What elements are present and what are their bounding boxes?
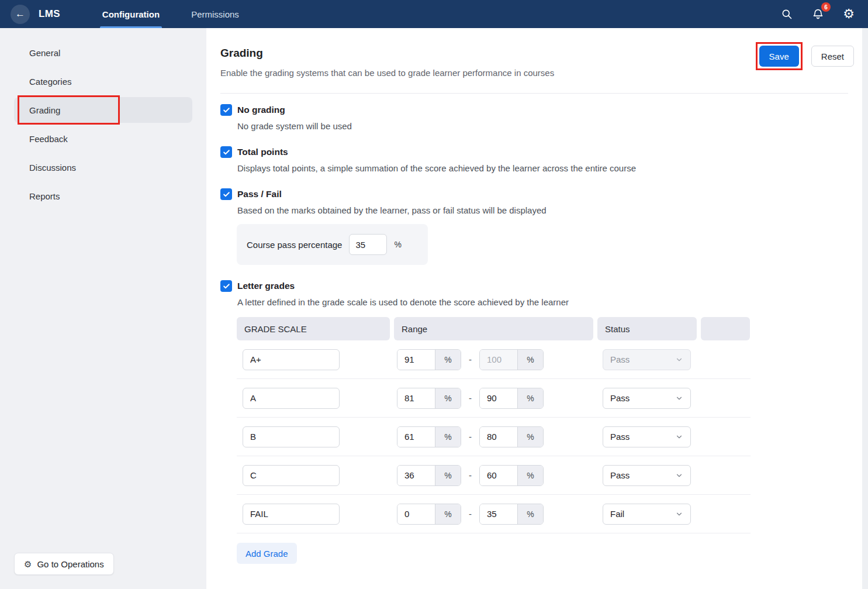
sidebar-item-general[interactable]: General [14, 40, 192, 66]
option-description: Based on the marks obtained by the learn… [237, 205, 848, 215]
checkbox-no-grading[interactable] [220, 104, 232, 116]
add-grade-button[interactable]: Add Grade [237, 543, 297, 564]
app-window: ← LMS Configuration Permissions 6 ⚙ Gene… [0, 0, 868, 589]
course-pass-percentage-input[interactable] [349, 234, 387, 255]
grade-scale-table: GRADE SCALE Range Status % [237, 317, 751, 533]
sidebar-item-grading[interactable]: Grading [14, 97, 192, 123]
range-min-input[interactable] [397, 504, 435, 524]
grade-name-input[interactable] [243, 388, 340, 409]
option-pass-fail: Pass / Fail Based on the marks obtained … [220, 188, 848, 265]
back-button[interactable]: ← [11, 5, 30, 24]
chevron-down-icon [675, 471, 683, 480]
option-description: A letter defined in the grade scale is u… [237, 297, 848, 307]
main-panel: Grading Enable the grading systems that … [206, 28, 862, 589]
range-separator: - [469, 432, 472, 442]
checkbox-total-points[interactable] [220, 146, 232, 158]
grade-name-input[interactable] [243, 465, 340, 486]
option-description: No grade system will be used [237, 121, 848, 131]
status-select: Pass [603, 349, 691, 370]
gear-icon: ⚙ [843, 8, 855, 20]
reset-button[interactable]: Reset [811, 46, 854, 67]
range-max-group: % [479, 349, 544, 370]
go-to-operations-label: Go to Operations [37, 559, 103, 569]
sidebar-item-feedback[interactable]: Feedback [14, 126, 192, 151]
course-pass-percentage-label: Course pass percentage [247, 240, 342, 250]
range-max-input[interactable] [480, 427, 517, 447]
grade-name-input[interactable] [243, 426, 340, 447]
page-body: General Categories Grading Feedback Disc… [0, 28, 868, 589]
option-header: Pass / Fail [220, 188, 848, 200]
status-value: Pass [610, 354, 630, 364]
back-arrow-icon: ← [15, 8, 25, 20]
topbar-icons: 6 ⚙ [779, 6, 856, 22]
check-icon [223, 191, 230, 198]
range-cell: % - % [397, 465, 593, 486]
chevron-down-icon [675, 510, 683, 518]
column-header-grade-scale: GRADE SCALE [237, 317, 390, 340]
percent-suffix: % [517, 427, 543, 447]
range-cell: % - % [397, 388, 593, 409]
tab-permissions[interactable]: Permissions [189, 0, 241, 28]
status-select[interactable]: Pass [603, 388, 691, 409]
option-description: Displays total points, a simple summatio… [237, 163, 848, 173]
status-select[interactable]: Fail [603, 504, 691, 525]
sidebar: General Categories Grading Feedback Disc… [0, 28, 206, 589]
percent-suffix: % [517, 466, 543, 485]
range-min-input[interactable] [397, 427, 435, 447]
notification-badge: 6 [821, 2, 831, 12]
status-value: Pass [610, 470, 630, 480]
column-header-range: Range [394, 317, 593, 340]
tab-configuration[interactable]: Configuration [100, 0, 162, 28]
checkbox-letter-grades[interactable] [220, 280, 232, 292]
topbar: ← LMS Configuration Permissions 6 ⚙ [0, 0, 868, 28]
notifications-button[interactable]: 6 [810, 6, 825, 22]
option-total-points: Total points Displays total points, a si… [220, 146, 848, 173]
status-value: Pass [610, 393, 630, 403]
search-icon [781, 8, 793, 20]
range-min-input[interactable] [397, 388, 435, 408]
chevron-down-icon [675, 433, 683, 441]
option-header: Total points [220, 146, 848, 158]
range-min-input[interactable] [397, 466, 435, 485]
gear-icon: ⚙ [24, 560, 32, 569]
range-min-input[interactable] [397, 350, 435, 370]
option-header: Letter grades [220, 280, 848, 292]
settings-button[interactable]: ⚙ [841, 6, 856, 22]
range-min-group: % [397, 426, 461, 447]
search-button[interactable] [779, 6, 794, 22]
percent-suffix: % [435, 504, 461, 524]
grade-name-input[interactable] [243, 349, 340, 370]
range-max-input[interactable] [480, 504, 517, 524]
grade-name-input[interactable] [243, 504, 340, 525]
grade-row: % - % Pass [237, 418, 751, 456]
percent-suffix: % [435, 350, 461, 370]
sidebar-item-categories[interactable]: Categories [14, 68, 192, 94]
percent-suffix: % [435, 466, 461, 485]
range-max-input [480, 350, 517, 370]
checkbox-pass-fail[interactable] [220, 188, 232, 200]
status-select[interactable]: Pass [603, 465, 691, 486]
range-max-input[interactable] [480, 388, 517, 408]
range-max-input[interactable] [480, 466, 517, 485]
range-cell: % - % [397, 349, 593, 370]
range-cell: % - % [397, 426, 593, 447]
range-min-group: % [397, 388, 461, 409]
column-header-empty [701, 317, 750, 340]
page-subtitle: Enable the grading systems that can be u… [220, 68, 848, 78]
grade-row: % - % Pass [237, 456, 751, 495]
range-min-group: % [397, 349, 461, 370]
chevron-down-icon [675, 394, 683, 402]
grade-table-header: GRADE SCALE Range Status [237, 317, 751, 340]
save-button[interactable]: Save [759, 46, 799, 67]
status-select[interactable]: Pass [603, 426, 691, 447]
percent-suffix: % [435, 388, 461, 408]
percent-suffix: % [517, 350, 543, 370]
range-max-group: % [479, 426, 544, 447]
percent-suffix: % [435, 427, 461, 447]
option-no-grading: No grading No grade system will be used [220, 104, 848, 131]
go-to-operations-button[interactable]: ⚙ Go to Operations [14, 553, 114, 575]
sidebar-item-reports[interactable]: Reports [14, 183, 192, 209]
chevron-down-icon [675, 356, 683, 364]
sidebar-item-discussions[interactable]: Discussions [14, 154, 192, 180]
range-min-group: % [397, 504, 461, 525]
